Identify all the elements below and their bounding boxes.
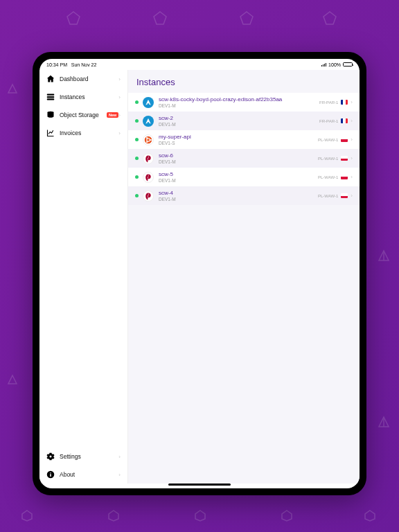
- status-date: Sun Nov 22: [71, 62, 97, 67]
- battery-icon: [343, 62, 353, 66]
- info-icon: [46, 470, 55, 479]
- instance-name: scw-6: [159, 152, 318, 159]
- instance-type: DEV1-M: [159, 122, 319, 127]
- status-bar: 10:34 PM Sun Nov 22 100%: [39, 59, 360, 70]
- region-label: PL-WAW-1: [318, 175, 338, 179]
- instance-name: scw-4: [159, 190, 318, 196]
- instance-name: my-super-api: [159, 134, 318, 140]
- debian-os-icon: [143, 172, 154, 183]
- status-dot-icon: [135, 119, 139, 123]
- page-title: Instances: [128, 70, 360, 93]
- instance-row[interactable]: scw-2 DEV1-M FR-PAR-1 ›: [128, 112, 360, 130]
- nav-item-instances[interactable]: Instances ›: [39, 88, 127, 106]
- nav-label: About: [60, 471, 118, 478]
- instance-row[interactable]: scw-6 DEV1-M PL-WAW-1 ›: [128, 149, 360, 168]
- svg-marker-11: [109, 511, 118, 521]
- chevron-right-icon: ›: [351, 155, 353, 161]
- arch-os-icon: [143, 116, 154, 127]
- region-label: PL-WAW-1: [318, 194, 338, 198]
- chevron-right-icon: ›: [118, 94, 121, 100]
- chevron-right-icon: ›: [351, 193, 353, 199]
- instance-row[interactable]: scw-4 DEV1-M PL-WAW-1 ›: [128, 186, 360, 205]
- ubuntu-os-icon: [143, 134, 154, 145]
- instance-list: scw-k8s-cocky-boyd-pool-crazy-edison-af2…: [128, 93, 360, 484]
- signal-icon: [321, 63, 327, 66]
- svg-point-26: [146, 136, 148, 138]
- status-dot-icon: [135, 100, 139, 104]
- svg-rect-15: [47, 94, 55, 96]
- svg-marker-3: [323, 12, 336, 24]
- debian-os-icon: [143, 190, 154, 202]
- home-indicator[interactable]: [168, 484, 231, 486]
- instance-text: scw-6 DEV1-M: [159, 152, 318, 164]
- flag-pl-icon: [341, 137, 348, 142]
- screen: 10:34 PM Sun Nov 22 100% Dashboard › Ins…: [39, 59, 360, 488]
- chevron-right-icon: ›: [351, 174, 353, 180]
- instance-type: DEV1-M: [159, 178, 318, 183]
- svg-marker-10: [22, 511, 32, 521]
- svg-marker-12: [195, 511, 205, 521]
- new-badge: New: [107, 112, 118, 118]
- status-time: 10:34 PM: [46, 62, 67, 67]
- instance-name: scw-k8s-cocky-boyd-pool-crazy-edison-af2…: [159, 96, 319, 103]
- region-label: FR-PAR-1: [319, 100, 338, 105]
- instance-type: DEV1-M: [159, 159, 318, 164]
- nav-item-about[interactable]: About ›: [39, 466, 127, 484]
- instance-type: DEV1-M: [159, 197, 318, 202]
- status-dot-icon: [135, 175, 139, 179]
- instance-row[interactable]: my-super-api DEV1-S PL-WAW-1 ›: [128, 130, 360, 149]
- svg-marker-7: [8, 375, 17, 384]
- nav-item-object-storage[interactable]: Object Storage New ›: [39, 106, 127, 124]
- arch-os-icon: [143, 97, 154, 108]
- chevron-right-icon: ›: [351, 136, 353, 143]
- svg-marker-2: [240, 12, 253, 24]
- instance-text: scw-2 DEV1-M: [159, 115, 319, 127]
- nav-item-invoices[interactable]: Invoices ›: [39, 124, 127, 142]
- flag-fr-icon: [341, 118, 348, 123]
- svg-point-27: [146, 141, 148, 142]
- svg-marker-4: [8, 85, 17, 93]
- instance-row[interactable]: scw-5 DEV1-M PL-WAW-1 ›: [128, 168, 360, 186]
- svg-point-21: [50, 472, 51, 474]
- flag-fr-icon: [341, 100, 348, 105]
- nav-label: Dashboard: [60, 76, 118, 82]
- svg-point-25: [150, 139, 152, 140]
- region-label: FR-PAR-1: [319, 119, 338, 123]
- svg-marker-0: [67, 12, 80, 24]
- home-icon: [46, 75, 55, 83]
- chevron-right-icon: ›: [351, 99, 353, 105]
- gear-icon: [46, 452, 55, 461]
- tablet-frame: 10:34 PM Sun Nov 22 100% Dashboard › Ins…: [33, 52, 366, 495]
- nav-item-dashboard[interactable]: Dashboard ›: [39, 70, 127, 88]
- svg-rect-17: [47, 98, 55, 100]
- flag-pl-icon: [341, 175, 348, 179]
- nav-label: Instances: [60, 94, 118, 100]
- instance-name: scw-5: [159, 171, 318, 177]
- instance-text: scw-4 DEV1-M: [159, 190, 318, 202]
- servers-icon: [46, 93, 55, 101]
- nav-label: Invoices: [60, 130, 118, 136]
- chevron-right-icon: ›: [118, 76, 121, 82]
- instance-text: scw-5 DEV1-M: [159, 171, 318, 183]
- debian-os-icon: [143, 153, 154, 164]
- flag-pl-icon: [341, 156, 348, 161]
- instance-text: scw-k8s-cocky-boyd-pool-crazy-edison-af2…: [159, 96, 319, 108]
- chart-icon: [46, 129, 55, 137]
- svg-marker-13: [282, 511, 292, 521]
- chevron-right-icon: ›: [118, 472, 121, 478]
- chevron-right-icon: ›: [118, 112, 121, 118]
- instance-row[interactable]: scw-k8s-cocky-boyd-pool-crazy-edison-af2…: [128, 93, 360, 112]
- database-icon: [46, 111, 55, 119]
- region-label: PL-WAW-1: [318, 157, 338, 161]
- nav-item-settings[interactable]: Settings ›: [39, 447, 127, 466]
- nav-label: Object Storage: [60, 112, 105, 118]
- status-dot-icon: [135, 138, 139, 141]
- chevron-right-icon: ›: [351, 118, 353, 124]
- status-dot-icon: [135, 157, 139, 160]
- instance-name: scw-2: [159, 115, 319, 121]
- battery-pct: 100%: [328, 62, 341, 67]
- nav-label: Settings: [60, 453, 118, 460]
- svg-point-19: [50, 456, 52, 458]
- svg-rect-22: [50, 474, 51, 477]
- svg-marker-1: [154, 12, 166, 24]
